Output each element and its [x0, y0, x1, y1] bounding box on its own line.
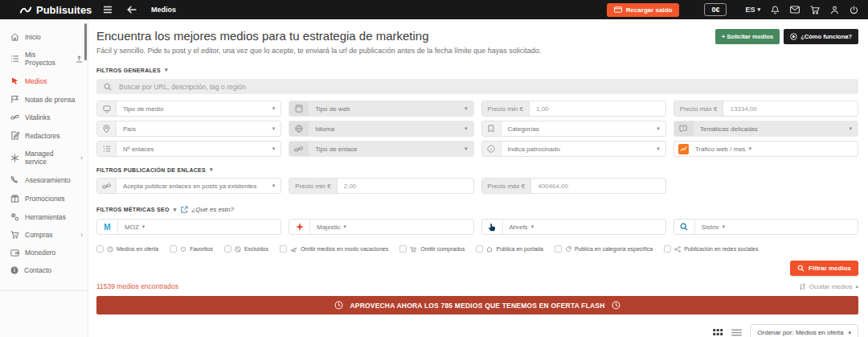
heart-icon [180, 246, 186, 253]
logout-power-icon[interactable] [850, 6, 858, 14]
checkbox-publica-en-portada[interactable]: Publica en portada [476, 245, 542, 253]
majestic-star-icon [289, 220, 310, 234]
page-title: Medios [151, 6, 176, 14]
publisuites-logo-icon [19, 6, 32, 14]
sidebar-item-monedero[interactable]: Monedero [0, 244, 88, 261]
sidebar-item-medios[interactable]: Medios [0, 72, 88, 90]
messages-mail-icon[interactable] [790, 6, 800, 14]
checkbox-omitir-comprados[interactable]: Omitir comprados [399, 245, 465, 253]
quick-filter-checkboxes: Medios en oferta Favoritos Excluidos Omi… [96, 245, 858, 253]
enlaces-precio-min-field[interactable]: Precio min € [289, 178, 473, 194]
sidebar-item-herramientas[interactable]: Herramientas [0, 208, 88, 226]
search-bar[interactable] [96, 79, 858, 94]
list-view-icon[interactable] [731, 329, 742, 336]
user-account-icon[interactable] [830, 6, 839, 14]
chevron-down-icon: ▾ [210, 166, 213, 173]
notifications-bell-icon[interactable] [771, 6, 780, 14]
cart-icon [410, 246, 417, 253]
external-link-icon [181, 206, 188, 213]
sidebar-item-notas-de-prensa[interactable]: Notas de prensa [0, 90, 88, 109]
solicitar-medios-button[interactable]: + Solicitar medios [715, 29, 780, 44]
filtrar-medios-button[interactable]: Filtrar medios [790, 261, 858, 276]
checkbox[interactable] [96, 245, 104, 253]
enlaces-precio-max-field[interactable]: Precio máx € [481, 178, 666, 194]
menu-toggle-icon[interactable] [103, 6, 113, 14]
chevron-down-icon: ▾ [465, 146, 468, 152]
chevron-down-icon: ▾ [657, 125, 660, 132]
cart-icon[interactable] [810, 6, 820, 14]
moz-select[interactable]: M MOZ ▾ [96, 219, 281, 235]
sidebar-item-managed-service[interactable]: Managed service › [0, 145, 88, 171]
categorias-select[interactable]: Categorías ▾ [481, 121, 666, 137]
phone-icon [10, 175, 19, 184]
checkbox-publicacion-redes-sociales[interactable]: Publicación en redes sociales [664, 245, 758, 253]
sidebar-item-contacto[interactable]: Contacto [0, 261, 88, 279]
checkbox[interactable] [399, 245, 407, 253]
recharge-balance-button[interactable]: Recargar saldo [607, 3, 680, 17]
precio-max-input[interactable] [723, 105, 858, 113]
sort-by-select[interactable]: Ordenar por: Medios en oferta ▾ [750, 324, 858, 337]
precio-min-input[interactable] [530, 105, 665, 113]
idioma-select[interactable]: Idioma ▾ [289, 121, 473, 137]
grid-view-icon[interactable] [713, 329, 723, 336]
checkbox-favoritos[interactable]: Favoritos [170, 245, 213, 253]
checkbox[interactable] [476, 245, 483, 253]
ocultar-medios-toggle[interactable]: Ocultar medios ▴ [799, 283, 858, 290]
checkbox[interactable] [664, 245, 671, 253]
tipo-de-enlace-select[interactable]: Tipo de enlace ▾ [289, 141, 473, 157]
tipo-de-medio-select[interactable]: Tipo de medio ▾ [96, 101, 281, 117]
sidebar-item-promociones[interactable]: Promociones [0, 189, 88, 208]
chevron-down-icon: ▾ [272, 183, 276, 189]
ahrefs-hand-icon [482, 220, 503, 234]
enlaces-precio-max-input[interactable] [531, 183, 665, 190]
como-funciona-button[interactable]: ¿Cómo funciona? [784, 29, 858, 44]
checkbox-medios-en-oferta[interactable]: Medios en oferta [96, 245, 158, 253]
sidebar-item-vitalinks[interactable]: Vitalinks [0, 109, 88, 126]
majestic-select[interactable]: Majestic ▾ [289, 219, 473, 235]
checkbox-excluidos[interactable]: Excluidos [224, 245, 268, 253]
filtros-publicacion-toggle[interactable]: FILTROS PUBLICACIÓN DE ENLACES ▾ [96, 166, 858, 173]
sidebar-item-redactores[interactable]: Redactores [0, 126, 88, 145]
sidebar-item-asesoramiento[interactable]: Asesoramiento [0, 171, 88, 189]
sidebar: Inicio Mis Proyectos Medios Notas de pre… [0, 19, 88, 337]
n-enlaces-select[interactable]: Nº enlaces ▾ [96, 141, 281, 157]
link-icon [289, 142, 309, 156]
language-selector[interactable]: ES ▾ [745, 6, 760, 14]
filtros-generales-toggle[interactable]: FILTROS GENERALES ▾ [96, 67, 858, 73]
filtros-seo-toggle[interactable]: FILTROS MÉTRICAS SEO ▾ [96, 207, 176, 213]
tag-icon [565, 246, 571, 253]
ahrefs-select[interactable]: Ahrefs ▾ [481, 219, 666, 235]
enlaces-precio-min-input[interactable] [338, 183, 473, 190]
checkbox[interactable] [224, 245, 231, 253]
balance-badge[interactable]: 0€ [704, 3, 727, 16]
sidebar-item-inicio[interactable]: Inicio [0, 28, 88, 46]
checkbox-omitir-vacaciones[interactable]: Omitir medios en modo vacaciones [280, 245, 388, 253]
que-es-esto-link[interactable]: ¿Qué es esto? [181, 206, 233, 213]
header-row: Encuentra los mejores medios para tu est… [96, 29, 858, 55]
chevron-up-icon: ▴ [855, 283, 858, 290]
trafico-web-mes-select[interactable]: Tráfico web / mes ▾ [674, 141, 858, 157]
checkbox[interactable] [555, 245, 562, 253]
checkbox[interactable] [170, 245, 177, 253]
precio-max-field[interactable]: Precio máx € [674, 101, 858, 117]
sidebar-item-compras[interactable]: Compras › [0, 226, 88, 244]
sidebar-scrollbar[interactable] [84, 23, 87, 60]
chevron-down-icon: ▾ [849, 125, 852, 132]
brand-logo[interactable]: Publisuites [19, 4, 88, 16]
flag-icon [10, 95, 19, 104]
sidebar-item-mis-proyectos[interactable]: Mis Proyectos [0, 46, 88, 72]
plane-icon [290, 246, 297, 253]
tipo-de-web-select[interactable]: Tipo de web ▾ [289, 101, 473, 117]
checkbox[interactable] [280, 245, 287, 253]
pais-select[interactable]: País ▾ [96, 121, 281, 137]
acepta-enlaces-select[interactable]: Acepta publicar enlaces en posts ya exis… [96, 178, 281, 194]
search-input[interactable] [119, 83, 851, 91]
checkbox-publica-categoria-especifica[interactable]: Publica en categoría específica [555, 245, 653, 253]
oferta-flash-banner[interactable]: APROVECHA AHORA LOS 785 MEDIOS QUE TENEM… [96, 296, 858, 314]
sistrix-select[interactable]: Sistrix ▾ [674, 219, 858, 235]
precio-min-field[interactable]: Precio min € [481, 101, 666, 117]
chevron-down-icon: ▾ [142, 224, 145, 230]
indica-patrocinado-select[interactable]: Indica patrocinado ▾ [481, 141, 666, 157]
tematicas-delicadas-select[interactable]: Temáticas delicadas ▾ [674, 121, 858, 137]
back-arrow-icon[interactable] [127, 6, 137, 14]
